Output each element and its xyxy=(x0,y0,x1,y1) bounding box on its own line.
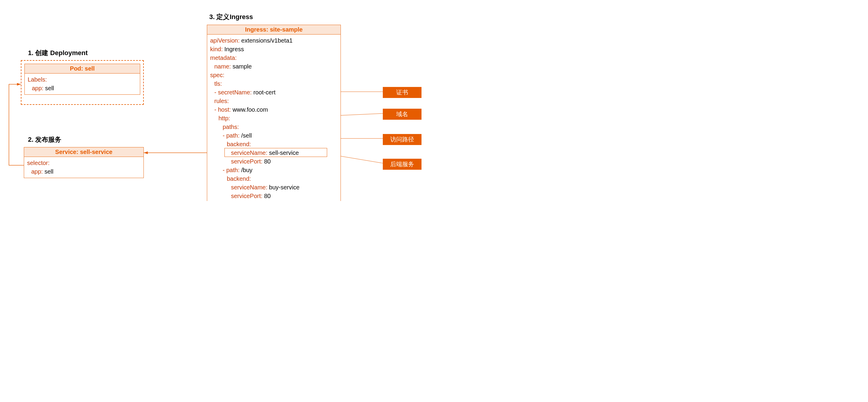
http-key: http: xyxy=(218,115,230,122)
tls-key: tls: xyxy=(214,81,222,87)
backend2-key: backend: xyxy=(227,176,251,182)
rules-key: rules: xyxy=(214,98,229,104)
path1-val: /sell xyxy=(241,132,252,139)
service-box: Service: sell-service selector: app: sel… xyxy=(24,147,144,178)
metadata-key: metadata: xyxy=(210,55,237,61)
path2-key: - path: xyxy=(223,167,240,173)
servicePort1-key: servicePort: xyxy=(231,158,262,165)
pod-header: Pod: sell xyxy=(25,64,140,73)
labels-key: Labels: xyxy=(28,76,47,83)
tag-cert: 证书 xyxy=(383,87,422,98)
svc-app-key: app: xyxy=(31,168,43,175)
ingress-header: Ingress: site-sample xyxy=(207,25,341,35)
deployment-box: Pod: sell Labels: app: sell xyxy=(21,60,144,105)
name-val: sample xyxy=(232,63,251,70)
apiVersion-key: apiVersion: xyxy=(210,37,240,44)
service-title: 2. 发布服务 xyxy=(28,135,61,144)
apiVersion-val: extensions/v1beta1 xyxy=(241,37,292,44)
service-body: selector: app: sell xyxy=(24,157,144,178)
ingress-title: 3. 定义Ingress xyxy=(209,12,253,22)
spec-key: spec: xyxy=(210,72,224,78)
pod-app-key: app: xyxy=(32,85,43,91)
tag-backend: 后端服务 xyxy=(383,159,422,170)
kind-val: Ingress xyxy=(224,46,244,53)
secretName-val: root-cert xyxy=(253,89,275,96)
serviceName1-val: sell-service xyxy=(269,150,299,156)
path2-val: /buy xyxy=(241,167,252,173)
ingress-box: Ingress: site-sample apiVersion: extensi… xyxy=(207,25,341,201)
deployment-title: 1. 创建 Deployment xyxy=(28,49,88,58)
paths-key: paths: xyxy=(223,124,239,130)
path1-key: - path: xyxy=(223,132,240,139)
servicePort1-val: 80 xyxy=(264,158,271,165)
servicePort2-key: servicePort: xyxy=(231,193,262,199)
backend1-key: backend: xyxy=(227,141,251,147)
serviceName2-key: serviceName: xyxy=(231,184,267,191)
tag-domain: 域名 xyxy=(383,109,422,120)
svc-app-val: sell xyxy=(45,168,54,175)
diagram-canvas: 1. 创建 Deployment Pod: sell Labels: app: … xyxy=(0,0,434,201)
pod-box: Pod: sell Labels: app: sell xyxy=(24,64,140,95)
ingress-body: apiVersion: extensions/v1beta1 kind: Ing… xyxy=(207,35,341,201)
service-header: Service: sell-service xyxy=(24,147,144,157)
pod-body: Labels: app: sell xyxy=(25,73,140,94)
serviceName2-val: buy-service xyxy=(269,184,300,191)
serviceName1-key: serviceName: xyxy=(231,150,267,156)
secretName-key: - secretName: xyxy=(214,89,252,96)
host-key: - host: xyxy=(214,106,231,113)
pod-app-val: sell xyxy=(45,85,54,91)
kind-key: kind: xyxy=(210,46,223,53)
host-val: www.foo.com xyxy=(232,106,268,113)
selector-key: selector: xyxy=(27,160,50,166)
name-key: name: xyxy=(214,63,231,70)
servicePort2-val: 80 xyxy=(264,193,271,199)
tag-path: 访问路径 xyxy=(383,134,422,145)
